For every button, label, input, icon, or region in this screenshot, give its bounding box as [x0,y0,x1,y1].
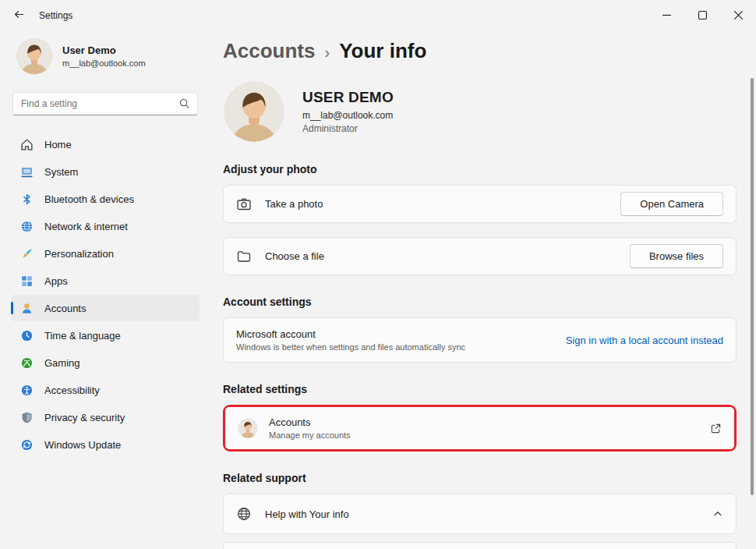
back-button[interactable] [6,4,31,27]
chevron-up-icon[interactable] [712,508,723,519]
sidebar-item-windows-update[interactable]: Windows Update [11,431,200,458]
open-camera-button[interactable]: Open Camera [620,192,723,216]
highlight-border: Accounts Manage my accounts [223,405,737,452]
arrow-left-icon [13,9,25,23]
user-email: m__lab@outlook.com [62,58,146,68]
titlebar: Settings [0,0,756,31]
maximize-button[interactable] [684,0,720,30]
profile-avatar [223,80,285,143]
external-link-icon [710,423,722,434]
section-title-related-settings: Related settings [223,383,737,395]
search-input[interactable] [12,92,198,115]
sidebar-item-label: Accessibility [44,384,100,396]
choose-a-file-label: Choose a file [265,250,324,262]
profile-header: USER DEMO m__lab@outlook.com Administrat… [223,80,737,143]
microsoft-account-description: Windows is better when settings and file… [236,342,465,352]
accounts-icon [20,302,34,315]
network-icon [20,220,34,233]
sidebar-nav: Home System Bluetooth & devices Network … [11,131,200,458]
main-content: Accounts › Your info USER DEMO m__lab@ou… [210,31,756,549]
sidebar-item-home[interactable]: Home [11,131,200,158]
profile-role: Administrator [302,123,394,134]
accounts-related-label: Accounts [269,416,351,428]
choose-a-file-card: Choose a file Browse files [223,237,737,275]
sidebar-item-label: Privacy & security [44,412,125,423]
sidebar-item-label: Accounts [44,303,86,314]
microsoft-account-card: Microsoft account Windows is better when… [223,317,737,363]
sidebar: User Demo m__lab@outlook.com Home Syst [0,31,210,549]
sidebar-item-accessibility[interactable]: Accessibility [11,377,200,403]
search-icon[interactable] [178,97,190,109]
privacy-icon [20,411,34,424]
accounts-avatar-icon [238,418,258,438]
sidebar-item-label: Windows Update [44,439,121,451]
breadcrumb-parent[interactable]: Accounts [223,39,315,63]
sidebar-item-label: Network & internet [44,221,128,232]
sidebar-item-label: Time & language [44,330,121,342]
profile-name: USER DEMO [302,89,394,106]
caption-controls [648,0,756,30]
time-language-icon [20,329,34,342]
scrollbar-thumb[interactable] [751,78,754,495]
sidebar-item-gaming[interactable]: Gaming [11,349,200,376]
sidebar-item-label: Home [44,139,72,151]
accounts-related-card[interactable]: Accounts Manage my accounts [225,407,734,449]
section-title-account-settings: Account settings [223,296,737,308]
microsoft-account-label: Microsoft account [236,328,465,340]
sidebar-item-privacy-security[interactable]: Privacy & security [11,404,200,430]
take-a-photo-card: Take a photo Open Camera [223,185,737,223]
take-a-photo-label: Take a photo [265,198,323,210]
help-with-your-info-card[interactable]: Help with Your info [223,494,737,534]
local-account-link[interactable]: Sign in with a local account instead [566,335,723,346]
bluetooth-icon [20,193,34,206]
page-title: Your info [339,39,426,63]
help-label: Help with Your info [265,508,349,520]
sidebar-item-time-language[interactable]: Time & language [11,322,200,349]
profile-email: m__lab@outlook.com [302,110,394,121]
accessibility-icon [20,384,34,397]
sidebar-item-accounts[interactable]: Accounts [11,295,200,321]
apps-icon [20,274,34,288]
sidebar-item-bluetooth-devices[interactable]: Bluetooth & devices [11,186,200,212]
personalization-icon [20,247,34,260]
sidebar-item-label: Personalization [44,248,114,260]
globe-icon [236,506,252,522]
breadcrumb-separator: › [324,44,330,62]
home-icon [20,138,34,151]
minimize-button[interactable] [648,0,684,30]
breadcrumb: Accounts › Your info [223,39,737,63]
sidebar-item-network-internet[interactable]: Network & internet [11,213,200,239]
section-title-adjust-photo: Adjust your photo [223,163,737,175]
section-title-related-support: Related support [223,472,737,484]
sidebar-item-personalization[interactable]: Personalization [11,240,200,267]
app-title: Settings [39,10,72,21]
sidebar-item-label: Gaming [44,357,80,369]
search-box [11,92,200,115]
folder-icon [236,249,252,264]
sidebar-item-label: Apps [44,275,68,287]
accounts-related-description: Manage my accounts [269,430,351,440]
sidebar-item-label: System [44,166,78,178]
user-avatar [16,37,53,75]
partial-card [223,542,737,549]
sidebar-user[interactable]: User Demo m__lab@outlook.com [11,34,200,75]
camera-icon [236,197,252,212]
browse-files-button[interactable]: Browse files [630,244,723,268]
sidebar-item-label: Bluetooth & devices [44,193,134,205]
close-button[interactable] [720,0,756,30]
gaming-icon [20,356,34,370]
system-icon [20,165,34,179]
user-name: User Demo [62,44,146,56]
sidebar-item-system[interactable]: System [11,158,200,185]
sidebar-item-apps[interactable]: Apps [11,267,200,294]
windows-update-icon [20,438,34,452]
